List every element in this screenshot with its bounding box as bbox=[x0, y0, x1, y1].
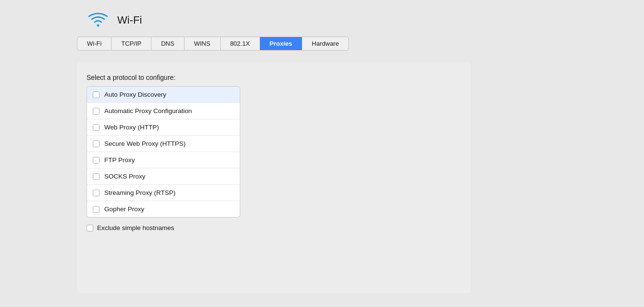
label-auto-proxy-discovery: Auto Proxy Discovery bbox=[104, 91, 166, 98]
list-item-auto-proxy-discovery[interactable]: Auto Proxy Discovery bbox=[87, 87, 240, 103]
list-item-automatic-proxy-config[interactable]: Automatic Proxy Configuration bbox=[87, 103, 240, 119]
top-bar: Wi-Fi bbox=[0, 0, 644, 37]
tab-dns[interactable]: DNS bbox=[151, 37, 184, 50]
tab-proxies[interactable]: Proxies bbox=[260, 37, 302, 50]
list-item-socks-proxy[interactable]: SOCKS Proxy bbox=[87, 168, 240, 185]
label-socks-proxy: SOCKS Proxy bbox=[104, 173, 146, 180]
label-exclude-hostnames: Exclude simple hostnames bbox=[97, 224, 174, 231]
protocol-section-label: Select a protocol to configure: bbox=[87, 74, 240, 81]
checkbox-web-proxy-http[interactable] bbox=[93, 124, 99, 131]
page-title: Wi-Fi bbox=[117, 14, 142, 26]
label-automatic-proxy-config: Automatic Proxy Configuration bbox=[104, 107, 192, 115]
content-area: Select a protocol to configure: Auto Pro… bbox=[77, 62, 471, 293]
label-secure-web-proxy: Secure Web Proxy (HTTPS) bbox=[104, 140, 186, 147]
tab-8021x[interactable]: 802.1X bbox=[221, 37, 260, 50]
label-streaming-proxy: Streaming Proxy (RTSP) bbox=[104, 189, 175, 196]
checkbox-ftp-proxy[interactable] bbox=[93, 157, 99, 164]
list-item-secure-web-proxy[interactable]: Secure Web Proxy (HTTPS) bbox=[87, 136, 240, 152]
checkbox-gopher-proxy[interactable] bbox=[93, 206, 99, 213]
label-web-proxy-http: Web Proxy (HTTP) bbox=[104, 124, 159, 131]
tab-wifi[interactable]: Wi-Fi bbox=[77, 37, 111, 50]
wifi-icon bbox=[87, 12, 110, 29]
protocol-list: Auto Proxy Discovery Automatic Proxy Con… bbox=[87, 86, 240, 217]
svg-point-0 bbox=[97, 25, 99, 27]
checkbox-automatic-proxy-config[interactable] bbox=[93, 108, 99, 115]
left-panel: Select a protocol to configure: Auto Pro… bbox=[87, 74, 240, 281]
checkbox-streaming-proxy[interactable] bbox=[93, 190, 99, 196]
label-ftp-proxy: FTP Proxy bbox=[104, 156, 135, 164]
checkbox-secure-web-proxy[interactable] bbox=[93, 141, 99, 147]
label-gopher-proxy: Gopher Proxy bbox=[104, 205, 144, 213]
checkbox-socks-proxy[interactable] bbox=[93, 173, 99, 180]
tabs-bar: Wi-Fi TCP/IP DNS WINS 802.1X Proxies Har… bbox=[77, 37, 349, 51]
list-item-ftp-proxy[interactable]: FTP Proxy bbox=[87, 152, 240, 168]
tab-hardware[interactable]: Hardware bbox=[302, 37, 348, 50]
tab-wins[interactable]: WINS bbox=[185, 37, 221, 50]
main-content: Wi-Fi TCP/IP DNS WINS 802.1X Proxies Har… bbox=[77, 37, 644, 307]
list-item-streaming-proxy[interactable]: Streaming Proxy (RTSP) bbox=[87, 185, 240, 201]
tab-tcpip[interactable]: TCP/IP bbox=[111, 37, 151, 50]
exclude-hostnames-row[interactable]: Exclude simple hostnames bbox=[87, 224, 240, 231]
list-item-gopher-proxy[interactable]: Gopher Proxy bbox=[87, 201, 240, 217]
checkbox-auto-proxy-discovery[interactable] bbox=[93, 91, 99, 98]
checkbox-exclude-hostnames[interactable] bbox=[87, 225, 93, 231]
list-item-web-proxy-http[interactable]: Web Proxy (HTTP) bbox=[87, 119, 240, 136]
